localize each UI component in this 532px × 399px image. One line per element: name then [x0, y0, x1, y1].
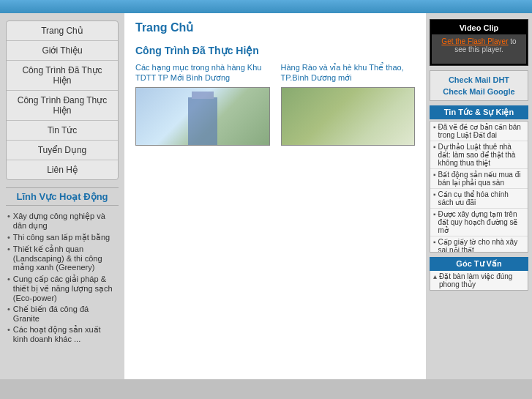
news-item-1[interactable]: Dự thảo Luật thuê nhà đất: làm sao để th…: [430, 141, 528, 169]
sidebar-item-trangchu[interactable]: Trang Chủ: [7, 21, 118, 41]
right-links-box: Check Mail DHT Check Mail Google: [430, 70, 528, 101]
video-clip-box: Video Clip Get the Flash Player to see t…: [430, 19, 528, 66]
project-image-0: [135, 87, 270, 146]
sidebar-link-3[interactable]: Cung cấp các giải pháp & thiết bị về năn…: [7, 275, 117, 302]
right-sidebar: Video Clip Get the Flash Player to see t…: [426, 13, 532, 379]
sidebar-item-tintuc[interactable]: Tin Tức: [7, 121, 118, 141]
sidebar-link-5[interactable]: Các hoạt động sản xuất kinh doanh khác .…: [7, 325, 117, 343]
news-box[interactable]: Đã vẽ đề cơ bản cần bán trong Luật Đất đ…: [430, 121, 528, 253]
flash-player-link[interactable]: Get the Flash Player: [441, 37, 508, 45]
sidebar-link-4[interactable]: Chế biến đá công đá Granite: [7, 305, 117, 323]
projects-grid: Các hạng mục trong nhà hàng Khu TDTT TP …: [135, 62, 415, 146]
sidebar-link-0[interactable]: Xây dựng công nghiệp và dân dụng: [7, 212, 117, 231]
goc-tu-van-item-0[interactable]: Đặt bàn làm việc đúng phong thủy: [430, 271, 528, 291]
video-clip-title: Video Clip: [432, 21, 526, 34]
check-mail-dht-link[interactable]: Check Mail DHT: [433, 74, 525, 86]
sidebar-link-1[interactable]: Thi công san lấp mặt bằng: [7, 233, 117, 242]
sidebar-links: Xây dựng công nghiệp và dân dụng Thi côn…: [0, 209, 124, 348]
content-area: Trang Chủ Công Trình Đã Thực Hiện Các hạ…: [124, 13, 426, 379]
section-title: Công Trình Đã Thực Hiện: [135, 45, 415, 56]
sidebar-link-2[interactable]: Thiết kế cảnh quan (Landscaping) & thi c…: [7, 245, 117, 272]
sidebar-nav: Trang Chủ Giới Thiệu Công Trình Đã Thực …: [6, 20, 119, 180]
main-layout: Trang Chủ Giới Thiệu Công Trình Đã Thực …: [0, 13, 532, 379]
news-section-title: Tin Tức & Sự Kiện: [430, 105, 528, 119]
top-bar: [0, 0, 532, 13]
video-clip-body: Get the Flash Player to see this player.: [432, 34, 526, 64]
check-mail-google-link[interactable]: Check Mail Google: [433, 86, 525, 97]
building-shape: [188, 97, 217, 145]
news-item-0[interactable]: Đã vẽ đề cơ bản cần bán trong Luật Đất đ…: [430, 122, 528, 141]
project-title-0: Các hạng mục trong nhà hàng Khu TDTT TP …: [135, 62, 270, 83]
sidebar-item-lienhe[interactable]: Liên Hệ: [7, 160, 118, 179]
sidebar-item-gioithieu[interactable]: Giới Thiệu: [7, 41, 118, 61]
left-sidebar: Trang Chủ Giới Thiệu Công Trình Đã Thực …: [0, 13, 124, 379]
project-item-1[interactable]: Hàng Rào và vỉa hè khu Thể thao, TP.Bình…: [281, 62, 416, 146]
project-title-1: Hàng Rào và vỉa hè khu Thể thao, TP.Bình…: [281, 62, 416, 83]
sidebar-item-congtrinhdang[interactable]: Công Trình Đang Thực Hiện: [7, 91, 118, 121]
goc-tu-van-title: Góc Tư Vấn: [430, 257, 528, 271]
news-item-4[interactable]: Được xây dựng tạm trên đất quy hoạch đườ…: [430, 209, 528, 236]
project-image-1: [281, 87, 416, 146]
project-item-0[interactable]: Các hạng mục trong nhà hàng Khu TDTT TP …: [135, 62, 270, 146]
sidebar-section-title: Lĩnh Vực Hoạt Động: [6, 187, 119, 206]
news-item-3[interactable]: Cần cụ thể hóa chính sách ưu đãi: [430, 189, 528, 209]
sidebar-item-tuyendung[interactable]: Tuyển Dụng: [7, 141, 118, 160]
page-title: Trang Chủ: [135, 20, 415, 37]
sidebar-item-congtrinhda[interactable]: Công Trình Đã Thực Hiện: [7, 61, 118, 91]
news-item-5[interactable]: Cấp giấy tờ cho nhà xây sai nội thất: [430, 236, 528, 253]
news-item-2[interactable]: Bất động sản nếu mua đi bán lại phải qua…: [430, 169, 528, 189]
